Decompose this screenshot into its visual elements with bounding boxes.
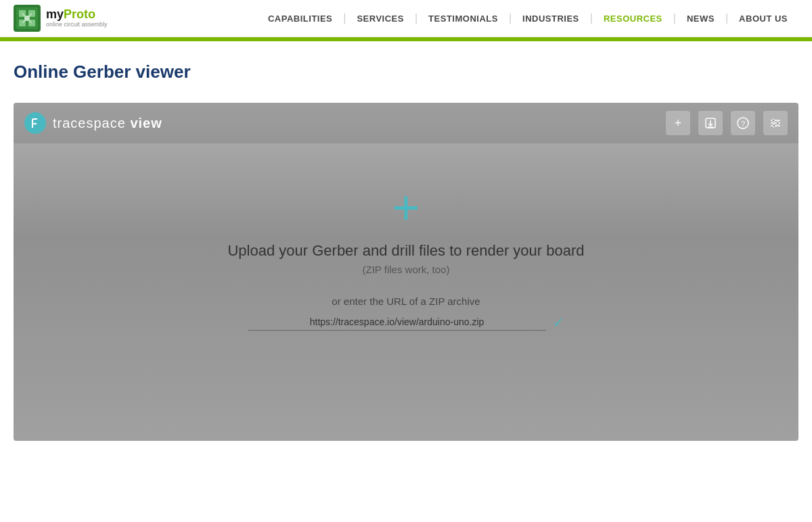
add-files-button[interactable]: +	[666, 111, 690, 135]
viewer-topbar: tracespace view + ?	[14, 103, 798, 143]
svg-text:?: ?	[741, 120, 745, 128]
url-submit-check[interactable]: ✓	[553, 314, 564, 331]
viewer-toolbar: + ?	[666, 111, 788, 135]
header: myProto online circuit assembly CAPABILI…	[0, 0, 812, 37]
viewer-brand: tracespace view	[24, 112, 162, 134]
nav-resources[interactable]: RESOURCES	[593, 14, 673, 24]
nav-testimonials[interactable]: TESTIMONIALS	[418, 14, 509, 24]
gerber-viewer: tracespace view + ?	[14, 103, 798, 441]
main-nav: CAPABILITIES | SERVICES | TESTIMONIALS |…	[257, 12, 798, 24]
nav-capabilities[interactable]: CAPABILITIES	[257, 14, 343, 24]
url-label: or enter the URL of a ZIP archive	[332, 295, 480, 307]
upload-plus-icon: +	[392, 184, 420, 231]
upload-sub-text: (ZIP files work, too)	[363, 264, 450, 275]
svg-point-22	[773, 124, 775, 127]
main-content: Online Gerber viewer tracespace view +	[0, 41, 812, 454]
logo[interactable]: myProto online circuit assembly	[14, 5, 108, 32]
svg-point-20	[772, 119, 775, 122]
logo-icon	[14, 5, 41, 32]
settings-button[interactable]	[763, 111, 788, 135]
tracespace-icon	[24, 112, 46, 134]
logo-text: myProto online circuit assembly	[46, 8, 108, 28]
url-input[interactable]	[248, 314, 546, 331]
page-title: Online Gerber viewer	[14, 62, 798, 82]
brand-name: myProto	[46, 8, 108, 22]
help-button[interactable]: ?	[731, 111, 755, 135]
nav-about[interactable]: ABOUT US	[728, 14, 798, 24]
download-icon	[704, 117, 717, 129]
download-button[interactable]	[698, 111, 723, 135]
settings-icon	[769, 117, 782, 129]
tracespace-logo-svg	[28, 116, 43, 130]
svg-point-21	[776, 122, 779, 124]
tagline: online circuit assembly	[46, 22, 108, 28]
upload-main-text: Upload your Gerber and drill files to re…	[227, 242, 584, 260]
nav-industries[interactable]: INDUSTRIES	[512, 14, 590, 24]
nav-news[interactable]: NEWS	[676, 14, 725, 24]
viewer-brand-text: tracespace view	[53, 116, 162, 131]
nav-services[interactable]: SERVICES	[346, 14, 415, 24]
viewer-upload-area[interactable]: + Upload your Gerber and drill files to …	[14, 143, 798, 358]
help-icon: ?	[737, 117, 749, 129]
url-input-row: ✓	[248, 314, 564, 331]
